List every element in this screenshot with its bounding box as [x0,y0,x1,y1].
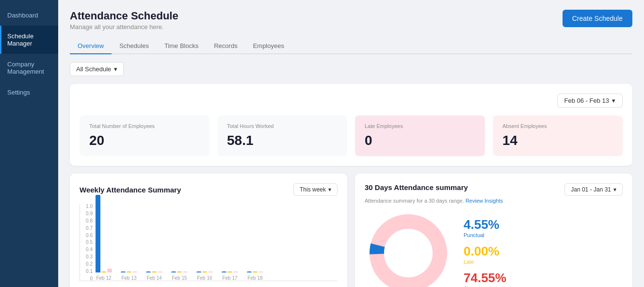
bar-group-feb16: Feb 16 [196,271,213,281]
donut-stat-punctual: 4.55% Punctual [464,217,506,238]
bar-group-feb17: Feb 17 [222,271,238,281]
stat-label-absent-employees: Absent Employees [502,123,613,129]
date-range-filter: Feb 06 - Feb 13 ▾ [80,94,623,108]
week-filter-button[interactable]: This week ▾ [293,183,338,196]
stat-card-absent-employees: Absent Employees 14 [493,115,623,156]
header-text: Attendance Schedule Manage all your atte… [70,10,178,31]
bar-absent-feb15 [183,271,188,272]
donut-pct-late: 0.00% [464,244,506,259]
stat-value-late-employees: 0 [365,133,475,148]
tab-records[interactable]: Records [206,38,245,54]
donut-content: 4.55% Punctual 0.00% Late 74.55% Absent [365,209,623,287]
bar-label-feb14: Feb 14 [146,275,161,281]
tabs: Overview Schedules Time Blocks Records E… [70,38,632,54]
stat-value-absent-employees: 14 [502,133,613,148]
bar-punctual-feb15 [171,271,176,272]
bar-absent-feb16 [208,271,213,272]
donut-label-punctual: Punctual [464,232,506,238]
bar-absent-feb12 [107,269,112,272]
bar-late-feb18 [253,271,258,272]
review-insights-link[interactable]: Review Insights [466,198,503,204]
donut-subtitle: Attendance summary for a 30 days range. … [365,198,623,204]
donut-date-range-button[interactable]: Jan 01 - Jan 31 ▾ [564,183,623,196]
tab-time-blocks[interactable]: Time Blocks [157,38,206,54]
chevron-down-icon: ▾ [612,97,615,104]
bottom-section: Weekly Attendance Summary This week ▾ 1.… [70,174,632,287]
bar-label-feb17: Feb 17 [222,275,237,281]
bar-group-feb15: Feb 15 [171,271,188,281]
bar-group-feb12: Feb 12 [96,195,112,281]
sidebar-item-dashboard[interactable]: Dashboard [0,5,58,26]
weekly-chart-title: Weekly Attendance Summary [80,186,181,194]
bar-punctual-feb13 [121,271,126,272]
bar-group-feb18: Feb 18 [247,271,263,281]
donut-chart-title: 30 Days Attendance summary [365,183,468,191]
stat-label-hours-worked: Total Hours Worked [227,123,338,129]
donut-svg [365,209,452,287]
sidebar-item-company-management[interactable]: Company Management [0,54,58,82]
chevron-down-icon: ▾ [613,186,616,193]
sidebar-item-schedule-manager[interactable]: Schedule Manager [0,26,58,54]
bar-group-feb14: Feb 14 [146,271,162,281]
weekly-chart-card: Weekly Attendance Summary This week ▾ 1.… [70,174,347,287]
bar-label-feb12: Feb 12 [96,275,111,281]
donut-svg-container [365,209,452,287]
bar-late-feb16 [202,271,207,272]
donut-title-area: 30 Days Attendance summary [365,183,468,191]
main-content: Attendance Schedule Manage all your atte… [58,0,644,287]
tab-employees[interactable]: Employees [245,38,292,54]
stat-label-total-employees: Total Number of Employees [89,123,200,129]
stat-card-hours-worked: Total Hours Worked 58.1 [217,115,347,156]
chevron-down-icon: ▾ [114,65,117,73]
sidebar-item-settings[interactable]: Settings [0,82,58,103]
page-header: Attendance Schedule Manage all your atte… [70,10,632,31]
bar-punctual-feb18 [247,271,252,272]
page-title: Attendance Schedule [70,10,178,22]
filter-bar: All Schedule ▾ [70,62,632,76]
tab-schedules[interactable]: Schedules [112,38,157,54]
bar-chart-container: 1.00.90.80.70.6 0.50.40.30.20.10 Feb 12 [80,204,338,287]
donut-label-absent: Absent [464,286,506,287]
weekly-chart-header: Weekly Attendance Summary This week ▾ [80,183,338,196]
bar-group-feb13: Feb 13 [121,271,137,281]
bar-punctual-feb16 [196,271,201,272]
bar-late-feb15 [177,271,182,272]
svg-point-3 [384,229,433,277]
page-subtitle: Manage all your attendance here. [70,23,178,31]
y-axis-labels: 1.00.90.80.70.6 0.50.40.30.20.10 [80,204,95,281]
stat-label-late-employees: Late Employees [365,123,475,129]
bar-absent-feb18 [258,271,263,272]
schedule-filter-dropdown[interactable]: All Schedule ▾ [70,62,124,76]
bar-late-feb14 [152,271,157,272]
stat-card-total-employees: Total Number of Employees 20 [80,115,209,156]
bar-label-feb15: Feb 15 [172,275,187,281]
donut-header: 30 Days Attendance summary Jan 01 - Jan … [365,183,623,196]
donut-stat-absent: 74.55% Absent [464,271,506,287]
donut-pct-punctual: 4.55% [464,217,506,232]
create-schedule-button[interactable]: Create Schedule [563,10,632,27]
bar-punctual-feb12 [96,195,100,272]
bar-absent-feb13 [132,271,137,272]
bar-late-feb13 [127,271,131,272]
chevron-down-icon: ▾ [328,186,331,193]
bar-label-feb18: Feb 18 [247,275,262,281]
bar-absent-feb17 [233,271,238,272]
stats-section: Feb 06 - Feb 13 ▾ Total Number of Employ… [70,84,632,166]
sidebar: Dashboard Schedule Manager Company Manag… [0,0,58,287]
donut-label-late: Late [464,259,506,265]
bar-late-feb12 [101,271,106,272]
stat-card-late-employees: Late Employees 0 [355,115,485,156]
bar-punctual-feb14 [146,271,151,272]
date-range-button[interactable]: Feb 06 - Feb 13 ▾ [557,94,623,108]
bar-punctual-feb17 [222,271,226,272]
donut-stat-late: 0.00% Late [464,244,506,265]
bar-absent-feb14 [158,271,162,272]
stat-value-total-employees: 20 [89,133,200,148]
bar-chart: 1.00.90.80.70.6 0.50.40.30.20.10 Feb 12 [80,204,338,281]
tab-overview[interactable]: Overview [70,38,112,54]
donut-chart-card: 30 Days Attendance summary Jan 01 - Jan … [355,174,632,287]
donut-pct-absent: 74.55% [464,271,506,286]
stats-cards: Total Number of Employees 20 Total Hours… [80,115,623,156]
bar-label-feb13: Feb 13 [121,275,136,281]
bar-late-feb17 [227,271,232,272]
